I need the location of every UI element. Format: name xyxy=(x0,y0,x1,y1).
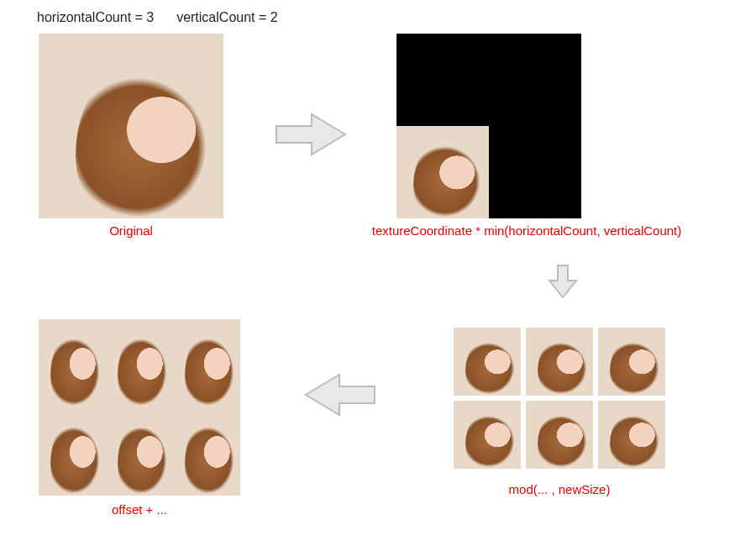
caption-original: Original xyxy=(39,223,223,238)
param1-value: 3 xyxy=(146,10,154,24)
tile xyxy=(526,401,593,469)
param2-value: 2 xyxy=(270,10,278,24)
tile xyxy=(598,401,665,469)
arrow-right-icon xyxy=(273,109,349,160)
parameters-line: horizontalCount = 3 verticalCount = 2 xyxy=(37,10,278,25)
tile xyxy=(106,407,173,496)
tile xyxy=(106,319,173,407)
caption-tiled: mod(... , newSize) xyxy=(454,482,665,496)
caption-scaled: textureCoordinate * min(horizontalCount,… xyxy=(321,223,732,238)
stage-scaled xyxy=(396,34,581,218)
arrow-left-icon xyxy=(302,370,378,420)
stage-offset xyxy=(39,319,240,496)
tile xyxy=(39,407,106,496)
param2-label: verticalCount xyxy=(176,10,255,24)
caption-offset: offset + ... xyxy=(39,502,240,517)
portrait-image xyxy=(39,34,223,218)
param1-label: horizontalCount xyxy=(37,10,131,24)
tile xyxy=(598,328,665,396)
arrow-down-icon xyxy=(546,264,580,299)
stage-tiled-mod xyxy=(454,328,665,469)
tile xyxy=(173,319,240,407)
tile xyxy=(39,319,106,407)
tile xyxy=(454,328,521,396)
stage-original xyxy=(39,34,223,218)
tile xyxy=(173,407,240,496)
tile xyxy=(526,328,593,396)
portrait-image xyxy=(396,126,489,218)
tile xyxy=(454,401,521,469)
